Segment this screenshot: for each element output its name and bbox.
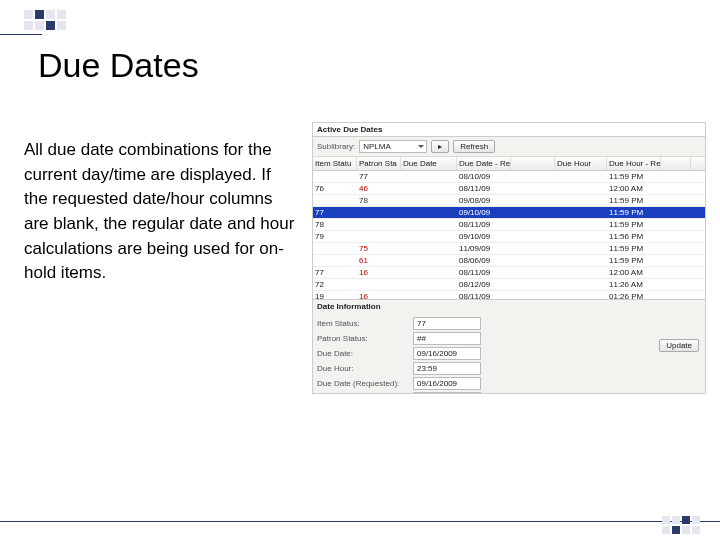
column-header[interactable]: Patron Sta: [357, 157, 401, 170]
detail-row: Due Date (Requested):09/16/2009: [317, 377, 701, 390]
detail-row: Due Hour (Requested):23:59: [317, 392, 701, 394]
update-button[interactable]: Update: [659, 339, 699, 352]
detail-value[interactable]: 23:59: [413, 362, 481, 375]
page-title: Due Dates: [38, 46, 199, 85]
column-header[interactable]: Item Statu: [313, 157, 357, 170]
column-header[interactable]: [511, 157, 555, 170]
detail-label: Item Status:: [317, 319, 409, 328]
slide-decoration-bottom: [662, 516, 700, 534]
nav-button[interactable]: ▸: [431, 140, 449, 153]
detail-section-title: Date Information: [313, 299, 705, 313]
detail-row: Due Hour:23:59: [317, 362, 701, 375]
table-row[interactable]: 7809/08/0911:59 PM: [313, 195, 705, 207]
slide-decoration-top: [24, 10, 66, 30]
column-header[interactable]: Due Date - Requested: [457, 157, 511, 170]
detail-section: Item Status:77Patron Status:##Due Date:0…: [313, 313, 705, 394]
table-row[interactable]: 7808/11/0911:59 PM: [313, 219, 705, 231]
description-text: All due date combinations for the curren…: [24, 138, 296, 286]
table-row[interactable]: 191608/11/0901:26 PM: [313, 291, 705, 299]
detail-value[interactable]: 09/16/2009: [413, 347, 481, 360]
sublibrary-select[interactable]: NPLMA: [359, 140, 427, 153]
refresh-button[interactable]: Refresh: [453, 140, 495, 153]
detail-row: Item Status:77: [317, 317, 701, 330]
detail-value[interactable]: 23:59: [413, 392, 481, 394]
table-row[interactable]: 764608/11/0912:00 AM: [313, 183, 705, 195]
table-row[interactable]: 7708/10/0911:59 PM: [313, 171, 705, 183]
detail-label: Due Date (Requested):: [317, 379, 409, 388]
column-header[interactable]: Due Hour: [555, 157, 607, 170]
detail-row: Patron Status:##: [317, 332, 701, 345]
detail-value[interactable]: 77: [413, 317, 481, 330]
sublibrary-label: Sublibrary:: [317, 142, 355, 151]
detail-label: Due Hour:: [317, 364, 409, 373]
table-row[interactable]: 7709/10/0911:59 PM: [313, 207, 705, 219]
column-header[interactable]: Due Hour - Requ: [607, 157, 661, 170]
table-row[interactable]: 771608/11/0912:00 AM: [313, 267, 705, 279]
table-row[interactable]: 7208/12/0911:26 AM: [313, 279, 705, 291]
due-dates-grid: Item StatuPatron StaDue DateDue Date - R…: [313, 157, 705, 299]
grid-body[interactable]: 7708/10/0911:59 PM764608/11/0912:00 AM78…: [313, 171, 705, 299]
slide-top-line: [0, 34, 42, 35]
panel-toolbar: Sublibrary: NPLMA ▸ Refresh: [313, 137, 705, 157]
slide-footer-line: [0, 521, 720, 522]
table-row[interactable]: 6108/06/0911:59 PM: [313, 255, 705, 267]
active-due-dates-panel: Active Due Dates Sublibrary: NPLMA ▸ Ref…: [312, 122, 706, 394]
detail-value[interactable]: 09/16/2009: [413, 377, 481, 390]
grid-header: Item StatuPatron StaDue DateDue Date - R…: [313, 157, 705, 171]
column-header[interactable]: [661, 157, 691, 170]
detail-label: Patron Status:: [317, 334, 409, 343]
detail-row: Due Date:09/16/2009: [317, 347, 701, 360]
table-row[interactable]: 7909/10/0911:56 PM: [313, 231, 705, 243]
table-row[interactable]: 7511/09/0911:59 PM: [313, 243, 705, 255]
detail-value[interactable]: ##: [413, 332, 481, 345]
panel-title: Active Due Dates: [313, 123, 705, 137]
column-header[interactable]: Due Date: [401, 157, 457, 170]
detail-label: Due Date:: [317, 349, 409, 358]
